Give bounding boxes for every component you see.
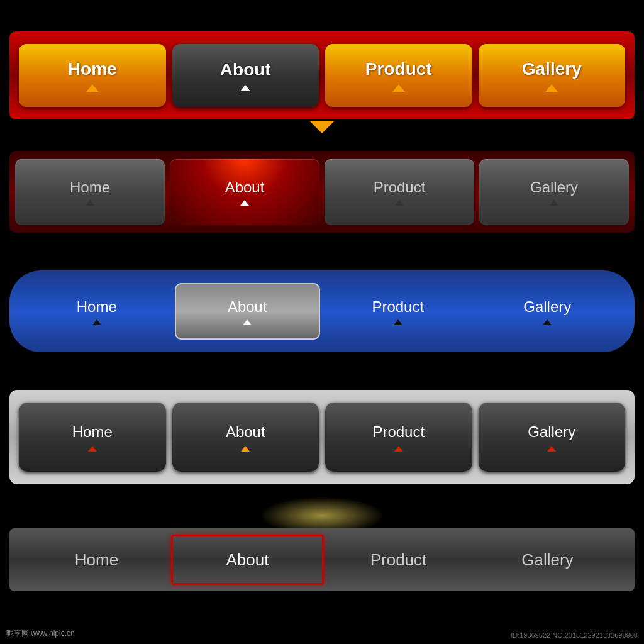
nav1-product-arrow-icon [392, 84, 405, 92]
nav3-about-arrow-icon [243, 319, 252, 325]
navbar-1: Home About Product Gallery [9, 31, 635, 119]
navbar-5: Home About Product Gallery [9, 528, 635, 591]
navbar-3: Home About Product Gallery [9, 270, 635, 352]
nav5-about-button[interactable]: About [171, 535, 324, 585]
nav4-product-arrow-icon [394, 446, 403, 452]
watermark-left: 昵享网 www.nipic.cn [6, 628, 75, 639]
nav2-gallery-button[interactable]: Gallery [479, 159, 629, 225]
nav4-about-button[interactable]: About [172, 402, 319, 472]
nav3-about-label: About [228, 298, 267, 316]
nav4-gallery-label: Gallery [528, 423, 575, 441]
nav3-product-button[interactable]: Product [326, 283, 470, 340]
watermark-right: ID:19369522 NO:2015122921332698900 [511, 631, 638, 639]
nav1-gallery-label: Gallery [522, 59, 582, 79]
nav3-gallery-button[interactable]: Gallery [476, 283, 619, 340]
nav1-about-label: About [220, 60, 271, 80]
nav1-home-arrow-icon [86, 84, 99, 92]
nav4-home-button[interactable]: Home [19, 402, 166, 472]
nav5-gallery-button[interactable]: Gallery [473, 535, 622, 585]
nav4-home-label: Home [72, 423, 113, 441]
nav5-product-label: Product [370, 550, 427, 570]
nav5-home-button[interactable]: Home [22, 535, 171, 585]
nav1-about-arrow-icon [240, 85, 250, 91]
nav4-product-button[interactable]: Product [325, 402, 472, 472]
nav1-about-button[interactable]: About [172, 44, 319, 107]
nav1-gallery-arrow-icon [545, 84, 558, 92]
nav2-product-arrow-icon [395, 200, 404, 206]
nav4-product-label: Product [372, 423, 425, 441]
nav2-home-button[interactable]: Home [15, 159, 165, 225]
nav1-gallery-button[interactable]: Gallery [479, 44, 626, 107]
nav1-product-button[interactable]: Product [325, 44, 472, 107]
nav2-home-label: Home [70, 179, 110, 196]
nav2-gallery-arrow-icon [550, 200, 558, 206]
nav2-about-button[interactable]: About [170, 159, 319, 225]
nav2-gallery-label: Gallery [530, 179, 578, 196]
nav2-product-label: Product [374, 179, 426, 196]
nav3-home-label: Home [77, 298, 117, 316]
nav3-home-arrow-icon [92, 319, 101, 325]
nav4-gallery-arrow-icon [547, 446, 556, 452]
nav4-home-arrow-icon [88, 446, 97, 452]
nav1-product-label: Product [365, 59, 432, 79]
nav4-about-label: About [226, 423, 265, 441]
nav5-about-label: About [226, 550, 269, 570]
nav5-gallery-label: Gallery [521, 550, 573, 570]
nav5-product-button[interactable]: Product [324, 535, 473, 585]
nav1-home-button[interactable]: Home [19, 44, 166, 107]
nav2-about-label: About [225, 179, 265, 196]
nav2-home-arrow-icon [86, 200, 94, 206]
nav1-home-label: Home [68, 59, 117, 79]
nav3-about-button[interactable]: About [175, 283, 321, 340]
navbar-4: Home About Product Gallery [9, 390, 635, 484]
nav3-product-arrow-icon [394, 319, 402, 325]
nav3-home-button[interactable]: Home [25, 283, 169, 340]
nav4-about-arrow-icon [241, 446, 250, 452]
nav5-home-label: Home [75, 550, 118, 570]
nav3-gallery-arrow-icon [543, 319, 552, 325]
nav2-about-arrow-icon [240, 200, 249, 206]
nav3-product-label: Product [372, 298, 424, 316]
nav3-gallery-label: Gallery [523, 298, 571, 316]
navbar-2: Home About Product Gallery [9, 151, 635, 233]
nav4-gallery-button[interactable]: Gallery [479, 402, 626, 472]
nav2-product-button[interactable]: Product [325, 159, 474, 225]
nav1-active-indicator [309, 121, 335, 133]
